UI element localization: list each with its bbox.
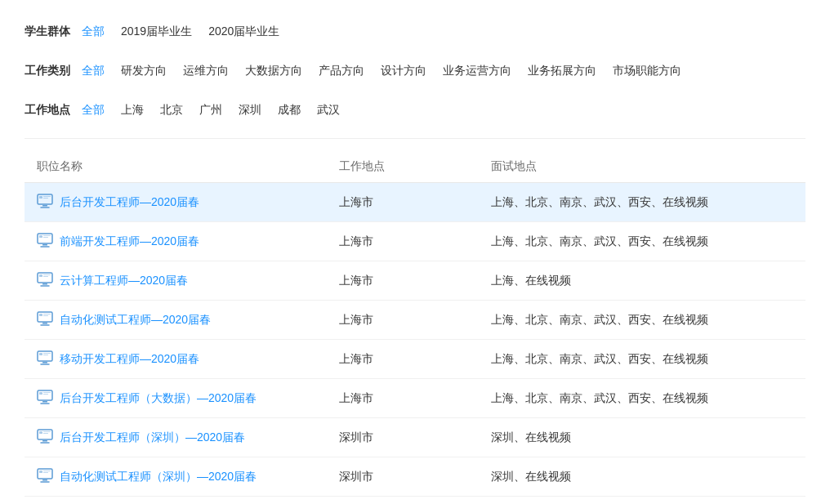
interview-location-cell: 上海、北京、南京、武汉、西安、在线视频: [491, 195, 793, 210]
work-location-option-shanghai[interactable]: 上海: [121, 101, 144, 119]
header-work-location: 工作地点: [339, 159, 490, 174]
table-row[interactable]: 后台开发工程师—2019届补上海市上海、北京、南京、武汉、西安、在线视频: [25, 497, 805, 504]
job-icon: [37, 232, 53, 251]
svg-rect-22: [43, 314, 51, 314]
svg-rect-18: [38, 312, 52, 322]
work-location-cell: 上海市: [339, 313, 490, 328]
svg-rect-24: [38, 351, 52, 361]
svg-rect-37: [42, 440, 47, 442]
table-row[interactable]: 自动化测试工程师—2020届春上海市上海、北京、南京、武汉、西安、在线视频: [25, 301, 805, 340]
job-type-option-design[interactable]: 设计方向: [381, 62, 426, 80]
job-type-filter: 工作类别 全部 研发方向 运维方向 大数据方向 产品方向 设计方向 业务运营方向…: [25, 56, 805, 87]
svg-rect-21: [39, 314, 42, 316]
job-type-option-market[interactable]: 市场职能方向: [613, 62, 681, 80]
job-name-text: 自动化测试工程师（深圳）—2020届春: [60, 470, 257, 484]
job-name-cell: 后台开发工程师（深圳）—2020届春: [37, 428, 339, 447]
work-location-option-wuhan[interactable]: 武汉: [317, 101, 340, 119]
work-location-label: 工作地点: [25, 101, 82, 118]
job-type-option-bizexpand[interactable]: 业务拓展方向: [528, 62, 596, 80]
svg-rect-7: [42, 244, 47, 246]
job-table: 职位名称 工作地点 面试地点 后台开发工程师—2020届春上海市上海、北京、南京…: [25, 151, 805, 504]
table-row[interactable]: 后台开发工程师（深圳）—2020届春深圳市深圳、在线视频: [25, 418, 805, 457]
student-group-filter: 学生群体 全部 2019届毕业生 2020届毕业生: [25, 16, 805, 47]
svg-rect-28: [43, 353, 51, 354]
svg-rect-27: [39, 353, 42, 355]
job-icon: [37, 271, 53, 290]
work-location-options: 全部 上海 北京 广州 深圳 成都 武汉: [82, 101, 340, 119]
svg-rect-23: [43, 315, 48, 316]
work-location-cell: 上海市: [339, 234, 490, 249]
svg-rect-34: [43, 392, 51, 393]
work-location-option-beijing[interactable]: 北京: [160, 101, 183, 119]
svg-rect-29: [43, 355, 48, 355]
svg-rect-35: [43, 394, 48, 395]
student-group-option-all[interactable]: 全部: [82, 23, 105, 41]
job-name-text: 云计算工程师—2020届春: [60, 274, 188, 288]
svg-rect-43: [42, 479, 47, 481]
job-type-option-research[interactable]: 研发方向: [121, 62, 167, 80]
job-icon: [37, 467, 53, 486]
interview-location-cell: 上海、北京、南京、武汉、西安、在线视频: [491, 391, 793, 406]
svg-rect-12: [38, 273, 52, 283]
job-type-option-product[interactable]: 产品方向: [319, 62, 364, 80]
interview-location-cell: 上海、北京、南京、武汉、西安、在线视频: [491, 234, 793, 249]
student-group-option-2019[interactable]: 2019届毕业生: [121, 23, 192, 41]
work-location-option-guangzhou[interactable]: 广州: [199, 101, 222, 119]
table-header: 职位名称 工作地点 面试地点: [25, 151, 805, 183]
work-location-option-all[interactable]: 全部: [82, 101, 105, 119]
job-type-options: 全部 研发方向 运维方向 大数据方向 产品方向 设计方向 业务运营方向 业务拓展…: [82, 62, 681, 80]
job-name-text: 前端开发工程师—2020届春: [60, 234, 199, 249]
svg-rect-40: [43, 431, 51, 432]
svg-rect-33: [39, 392, 42, 395]
job-type-option-all[interactable]: 全部: [82, 62, 105, 80]
student-group-options: 全部 2019届毕业生 2020届毕业生: [82, 23, 279, 41]
svg-rect-15: [39, 274, 42, 277]
table-row[interactable]: 前端开发工程师—2020届春上海市上海、北京、南京、武汉、西安、在线视频: [25, 222, 805, 261]
table-row[interactable]: 后台开发工程师（大数据）—2020届春上海市上海、北京、南京、武汉、西安、在线视…: [25, 379, 805, 418]
svg-rect-45: [39, 471, 42, 473]
svg-rect-6: [38, 234, 52, 243]
interview-location-cell: 上海、北京、南京、武汉、西安、在线视频: [491, 313, 793, 328]
work-location-cell: 深圳市: [339, 470, 490, 484]
job-name-text: 移动开发工程师—2020届春: [60, 352, 199, 367]
table-row[interactable]: 后台开发工程师—2020届春上海市上海、北京、南京、武汉、西安、在线视频: [25, 183, 805, 222]
job-type-option-ops[interactable]: 运维方向: [183, 62, 229, 80]
svg-rect-47: [43, 472, 48, 473]
job-icon: [37, 310, 53, 329]
interview-location-cell: 深圳、在线视频: [491, 430, 793, 445]
svg-rect-16: [43, 274, 51, 275]
student-group-option-2020[interactable]: 2020届毕业生: [208, 23, 279, 41]
interview-location-cell: 深圳、在线视频: [491, 470, 793, 484]
job-name-text: 自动化测试工程师—2020届春: [60, 313, 211, 328]
work-location-cell: 深圳市: [339, 430, 490, 445]
interview-location-cell: 上海、在线视频: [491, 274, 793, 288]
svg-rect-31: [42, 401, 47, 403]
svg-rect-30: [38, 390, 52, 400]
table-row[interactable]: 云计算工程师—2020届春上海市上海、在线视频: [25, 261, 805, 301]
job-name-cell: 后台开发工程师—2020届春: [37, 193, 339, 212]
table-row[interactable]: 移动开发工程师—2020届春上海市上海、北京、南京、武汉、西安、在线视频: [25, 340, 805, 379]
job-type-option-bizops[interactable]: 业务运营方向: [443, 62, 511, 80]
table-row[interactable]: 自动化测试工程师（深圳）—2020届春深圳市深圳、在线视频: [25, 457, 805, 497]
svg-rect-42: [38, 469, 52, 479]
job-type-option-bigdata[interactable]: 大数据方向: [245, 62, 302, 80]
work-location-cell: 上海市: [339, 352, 490, 367]
header-job-name: 职位名称: [37, 159, 339, 174]
work-location-option-chengdu[interactable]: 成都: [278, 101, 301, 119]
svg-rect-36: [38, 430, 52, 439]
divider: [25, 138, 805, 139]
work-location-option-shenzhen[interactable]: 深圳: [239, 101, 261, 119]
svg-rect-5: [43, 198, 48, 198]
job-name-text: 后台开发工程师（深圳）—2020届春: [60, 430, 245, 445]
svg-rect-41: [43, 433, 48, 434]
job-type-label: 工作类别: [25, 62, 82, 78]
job-icon: [37, 389, 53, 408]
student-group-label: 学生群体: [25, 23, 82, 39]
svg-rect-46: [43, 471, 51, 471]
svg-rect-4: [43, 196, 51, 197]
svg-rect-39: [39, 431, 42, 434]
svg-rect-3: [39, 196, 42, 198]
job-icon: [37, 350, 53, 368]
job-name-cell: 自动化测试工程师—2020届春: [37, 310, 339, 329]
job-name-cell: 后台开发工程师（大数据）—2020届春: [37, 389, 339, 408]
